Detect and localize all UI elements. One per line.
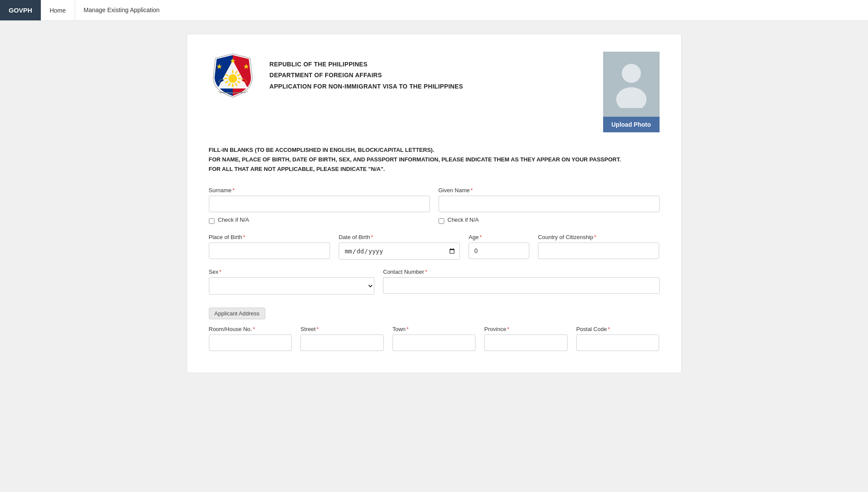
given-name-input[interactable] [439, 196, 660, 212]
town-group: Town* [393, 326, 476, 351]
form-card: REPUBLIKA NG PILIPINAS REPUBLIC OF THE P… [187, 34, 682, 373]
date-birth-group: Date of Birth* [339, 234, 460, 260]
place-birth-group: Place of Birth* [209, 234, 330, 260]
age-label: Age* [469, 234, 529, 240]
form-header: REPUBLIKA NG PILIPINAS REPUBLIC OF THE P… [209, 52, 660, 132]
postal-group: Postal Code* [576, 326, 660, 351]
postal-label: Postal Code* [576, 326, 660, 332]
svg-rect-6 [232, 84, 233, 87]
surname-check-item: Check if N/A [209, 216, 430, 225]
date-birth-label: Date of Birth* [339, 234, 460, 240]
street-group: Street* [300, 326, 384, 351]
given-name-check-item: Check if N/A [439, 216, 660, 225]
province-input[interactable] [484, 335, 568, 351]
svg-rect-13 [224, 78, 228, 79]
instructions: FILL-IN BLANKS (TO BE ACCOMPLISHED IN EN… [209, 145, 660, 174]
sex-select[interactable]: Male Female [209, 277, 375, 295]
main-content: REPUBLIKA NG PILIPINAS REPUBLIC OF THE P… [0, 21, 868, 386]
given-name-group: Given Name* [439, 187, 660, 212]
age-input[interactable] [469, 243, 529, 259]
philippine-seal: REPUBLIKA NG PILIPINAS [209, 52, 257, 99]
town-label: Town* [393, 326, 476, 332]
age-group: Age* [469, 234, 529, 260]
svg-rect-10 [238, 78, 241, 79]
given-name-label: Given Name* [439, 187, 660, 194]
contact-label: Contact Number* [383, 269, 659, 275]
given-name-na-checkbox[interactable] [439, 218, 444, 224]
photo-placeholder [603, 52, 660, 117]
room-label: Room/House No.* [209, 326, 292, 332]
given-name-na-label[interactable]: Check if N/A [448, 216, 479, 223]
province-label: Province* [484, 326, 568, 332]
check-na-pair: Check if N/A Check if N/A [209, 216, 660, 225]
room-input[interactable] [209, 335, 292, 351]
form-title: REPUBLIC OF THE PHILIPPINES DEPARTMENT O… [270, 59, 463, 92]
navbar-manage[interactable]: Manage Existing Application [75, 0, 168, 20]
surname-na-checkbox[interactable] [209, 218, 215, 224]
place-birth-input[interactable] [209, 243, 330, 259]
place-birth-label: Place of Birth* [209, 234, 330, 240]
svg-point-1 [228, 74, 237, 83]
surname-na-label[interactable]: Check if N/A [218, 216, 249, 223]
surname-input[interactable] [209, 196, 430, 212]
navbar-brand[interactable]: GOVPH [0, 0, 41, 20]
country-input[interactable]: India [538, 243, 659, 259]
navbar: GOVPH Home Manage Existing Application [0, 0, 868, 21]
navbar-home[interactable]: Home [41, 0, 75, 20]
postal-input[interactable] [576, 335, 660, 351]
country-label: Country of Citizenship* [538, 234, 659, 240]
form-header-left: REPUBLIKA NG PILIPINAS REPUBLIC OF THE P… [209, 52, 463, 99]
applicant-address-section: Applicant Address [209, 303, 660, 326]
birth-row: Place of Birth* Date of Birth* Age* Coun… [209, 234, 660, 260]
street-label: Street* [300, 326, 384, 332]
name-row: Surname* Given Name* [209, 187, 660, 212]
surname-label: Surname* [209, 187, 430, 194]
room-group: Room/House No.* [209, 326, 292, 351]
photo-section: Upload Photo [603, 52, 660, 132]
upload-photo-button[interactable]: Upload Photo [603, 117, 660, 132]
svg-rect-2 [232, 70, 233, 73]
province-group: Province* [484, 326, 568, 351]
sex-contact-row: Sex* Male Female Contact Number* [209, 269, 660, 295]
contact-group: Contact Number* [383, 269, 659, 295]
sex-label: Sex* [209, 269, 375, 275]
svg-point-19 [616, 87, 647, 108]
applicant-address-tag: Applicant Address [209, 308, 265, 319]
town-input[interactable] [393, 335, 476, 351]
contact-input[interactable] [383, 277, 659, 294]
sex-group: Sex* Male Female [209, 269, 375, 295]
address-row: Room/House No.* Street* Town* Province* [209, 326, 660, 351]
surname-group: Surname* [209, 187, 430, 212]
svg-point-18 [622, 64, 641, 83]
svg-text:REPUBLIKA NG PILIPINAS: REPUBLIKA NG PILIPINAS [219, 92, 246, 94]
street-input[interactable] [300, 335, 384, 351]
avatar-silhouette [612, 60, 651, 108]
country-group: Country of Citizenship* India [538, 234, 659, 260]
date-birth-input[interactable] [339, 243, 460, 260]
